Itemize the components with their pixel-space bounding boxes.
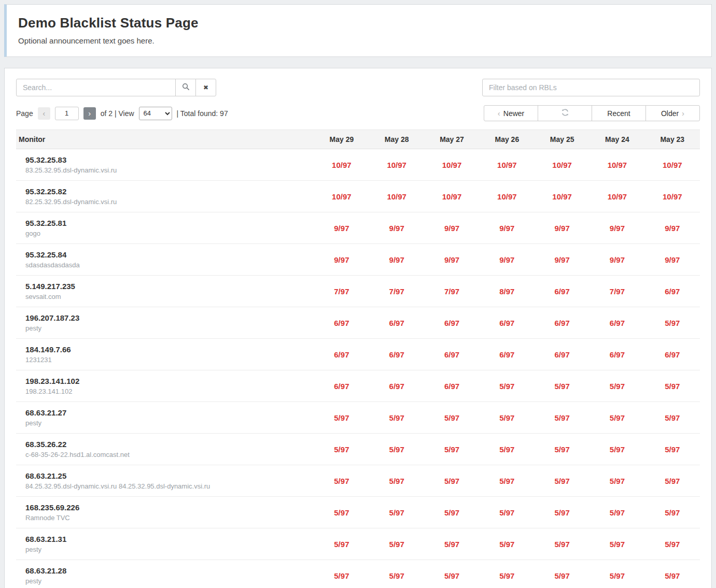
blacklist-count-cell[interactable]: 5/97: [645, 402, 700, 434]
blacklist-count-cell[interactable]: 9/97: [589, 212, 644, 244]
blacklist-count-cell[interactable]: 5/97: [369, 497, 424, 528]
blacklist-count-cell[interactable]: 5/97: [314, 528, 369, 560]
blacklist-count-cell[interactable]: 5/97: [589, 528, 644, 560]
monitor-ip-link[interactable]: 198.23.141.102: [25, 377, 314, 385]
blacklist-count-cell[interactable]: 6/97: [369, 339, 424, 370]
blacklist-count-cell[interactable]: 6/97: [314, 307, 369, 339]
blacklist-count-cell[interactable]: 5/97: [535, 497, 589, 528]
blacklist-count-cell[interactable]: 9/97: [645, 244, 700, 276]
blacklist-count-cell[interactable]: 5/97: [589, 465, 644, 497]
refresh-button[interactable]: [538, 105, 592, 121]
blacklist-count-cell[interactable]: 9/97: [314, 244, 369, 276]
monitor-ip-link[interactable]: 184.149.7.66: [25, 345, 314, 354]
page-size-select[interactable]: 64: [139, 107, 172, 120]
monitor-ip-link[interactable]: 68.63.21.31: [25, 535, 314, 543]
blacklist-count-cell[interactable]: 6/97: [535, 307, 589, 339]
blacklist-count-cell[interactable]: 5/97: [535, 465, 589, 497]
blacklist-count-cell[interactable]: 10/97: [314, 149, 369, 181]
blacklist-count-cell[interactable]: 5/97: [314, 434, 369, 465]
blacklist-count-cell[interactable]: 7/97: [314, 276, 369, 307]
blacklist-count-cell[interactable]: 10/97: [589, 181, 644, 212]
blacklist-count-cell[interactable]: 5/97: [535, 370, 589, 402]
blacklist-count-cell[interactable]: 10/97: [645, 149, 700, 181]
blacklist-count-cell[interactable]: 5/97: [535, 560, 589, 588]
blacklist-count-cell[interactable]: 9/97: [535, 244, 589, 276]
monitor-ip-link[interactable]: 95.32.25.83: [25, 155, 314, 164]
blacklist-count-cell[interactable]: 5/97: [424, 528, 479, 560]
monitor-ip-link[interactable]: 168.235.69.226: [25, 503, 314, 512]
blacklist-count-cell[interactable]: 10/97: [369, 149, 424, 181]
blacklist-count-cell[interactable]: 6/97: [369, 307, 424, 339]
blacklist-count-cell[interactable]: 5/97: [424, 560, 479, 588]
blacklist-count-cell[interactable]: 5/97: [314, 497, 369, 528]
blacklist-count-cell[interactable]: 9/97: [424, 212, 479, 244]
blacklist-count-cell[interactable]: 6/97: [480, 307, 535, 339]
blacklist-count-cell[interactable]: 5/97: [535, 434, 589, 465]
blacklist-count-cell[interactable]: 10/97: [424, 149, 479, 181]
blacklist-count-cell[interactable]: 6/97: [645, 276, 700, 307]
blacklist-count-cell[interactable]: 9/97: [480, 244, 535, 276]
blacklist-count-cell[interactable]: 9/97: [369, 212, 424, 244]
monitor-ip-link[interactable]: 68.35.26.22: [25, 440, 314, 449]
rbl-filter-input[interactable]: [482, 79, 700, 96]
monitor-ip-link[interactable]: 68.63.21.28: [25, 566, 314, 575]
blacklist-count-cell[interactable]: 7/97: [369, 276, 424, 307]
blacklist-count-cell[interactable]: 10/97: [480, 149, 535, 181]
blacklist-count-cell[interactable]: 5/97: [480, 465, 535, 497]
monitor-ip-link[interactable]: 196.207.187.23: [25, 313, 314, 322]
blacklist-count-cell[interactable]: 9/97: [369, 244, 424, 276]
blacklist-count-cell[interactable]: 6/97: [424, 339, 479, 370]
search-button[interactable]: [175, 79, 196, 96]
blacklist-count-cell[interactable]: 5/97: [480, 402, 535, 434]
blacklist-count-cell[interactable]: 5/97: [645, 465, 700, 497]
blacklist-count-cell[interactable]: 5/97: [369, 528, 424, 560]
blacklist-count-cell[interactable]: 7/97: [424, 276, 479, 307]
newer-button[interactable]: ‹ Newer: [484, 105, 538, 121]
blacklist-count-cell[interactable]: 6/97: [589, 339, 644, 370]
monitor-ip-link[interactable]: 95.32.25.82: [25, 187, 314, 196]
blacklist-count-cell[interactable]: 5/97: [424, 497, 479, 528]
blacklist-count-cell[interactable]: 6/97: [535, 276, 589, 307]
blacklist-count-cell[interactable]: 5/97: [369, 560, 424, 588]
blacklist-count-cell[interactable]: 5/97: [480, 560, 535, 588]
blacklist-count-cell[interactable]: 8/97: [480, 276, 535, 307]
blacklist-count-cell[interactable]: 9/97: [424, 244, 479, 276]
blacklist-count-cell[interactable]: 5/97: [369, 434, 424, 465]
monitor-ip-link[interactable]: 5.149.217.235: [25, 282, 314, 291]
blacklist-count-cell[interactable]: 6/97: [480, 339, 535, 370]
blacklist-count-cell[interactable]: 6/97: [314, 370, 369, 402]
blacklist-count-cell[interactable]: 6/97: [424, 307, 479, 339]
blacklist-count-cell[interactable]: 5/97: [480, 370, 535, 402]
blacklist-count-cell[interactable]: 5/97: [645, 370, 700, 402]
blacklist-count-cell[interactable]: 5/97: [589, 402, 644, 434]
blacklist-count-cell[interactable]: 9/97: [589, 244, 644, 276]
blacklist-count-cell[interactable]: 10/97: [535, 149, 589, 181]
clear-search-button[interactable]: ✖: [195, 79, 216, 96]
blacklist-count-cell[interactable]: 5/97: [424, 434, 479, 465]
blacklist-count-cell[interactable]: 6/97: [424, 370, 479, 402]
monitor-ip-link[interactable]: 95.32.25.81: [25, 219, 314, 227]
blacklist-count-cell[interactable]: 6/97: [645, 339, 700, 370]
blacklist-count-cell[interactable]: 5/97: [369, 465, 424, 497]
blacklist-count-cell[interactable]: 5/97: [589, 497, 644, 528]
prev-page-button[interactable]: ‹: [38, 107, 50, 120]
blacklist-count-cell[interactable]: 6/97: [589, 307, 644, 339]
blacklist-count-cell[interactable]: 5/97: [424, 465, 479, 497]
recent-button[interactable]: Recent: [592, 105, 646, 121]
blacklist-count-cell[interactable]: 5/97: [369, 402, 424, 434]
blacklist-count-cell[interactable]: 10/97: [314, 181, 369, 212]
blacklist-count-cell[interactable]: 9/97: [535, 212, 589, 244]
blacklist-count-cell[interactable]: 10/97: [480, 181, 535, 212]
blacklist-count-cell[interactable]: 5/97: [645, 497, 700, 528]
blacklist-count-cell[interactable]: 5/97: [480, 497, 535, 528]
blacklist-count-cell[interactable]: 5/97: [589, 560, 644, 588]
blacklist-count-cell[interactable]: 10/97: [424, 181, 479, 212]
blacklist-count-cell[interactable]: 10/97: [645, 181, 700, 212]
blacklist-count-cell[interactable]: 5/97: [645, 528, 700, 560]
blacklist-count-cell[interactable]: 5/97: [589, 370, 644, 402]
blacklist-count-cell[interactable]: 10/97: [535, 181, 589, 212]
monitor-ip-link[interactable]: 68.63.21.27: [25, 408, 314, 417]
blacklist-count-cell[interactable]: 5/97: [314, 560, 369, 588]
page-number-input[interactable]: [55, 107, 79, 120]
blacklist-count-cell[interactable]: 5/97: [535, 528, 589, 560]
